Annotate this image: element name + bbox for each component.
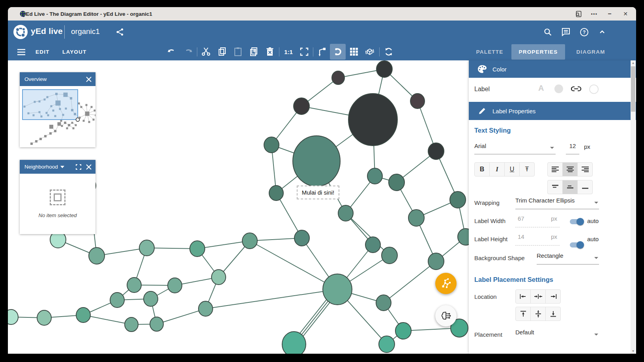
grid-button[interactable] (346, 44, 362, 60)
valign-top-button[interactable] (548, 180, 563, 194)
tab-properties[interactable]: PROPERTIES (511, 44, 565, 60)
align-left-edge-button[interactable] (516, 290, 531, 303)
overview-header[interactable]: Overview (20, 72, 95, 86)
scrollbar-thumb[interactable] (631, 66, 635, 112)
graph-node[interactable] (338, 205, 353, 221)
graph-node[interactable] (144, 291, 158, 306)
graph-node[interactable] (139, 240, 154, 256)
label-height-input[interactable]: 14 px (515, 233, 560, 246)
tab-palette[interactable]: PALETTE (468, 44, 511, 60)
graph-node[interactable] (389, 174, 404, 191)
align-left-button[interactable] (548, 163, 563, 176)
bold-button[interactable]: B (475, 163, 490, 176)
center-vertical-button[interactable] (531, 307, 546, 321)
copy-button[interactable] (214, 44, 230, 60)
collapse-icon[interactable] (596, 26, 608, 38)
graph-node[interactable] (198, 301, 213, 316)
diagram-canvas[interactable]: Mulai di sini! Overview Neighborhood (8, 60, 469, 354)
align-top-edge-button[interactable] (516, 307, 531, 321)
rotate-3d-button[interactable] (362, 44, 378, 60)
link-color-icon[interactable] (571, 84, 581, 93)
background-shape-select[interactable]: Rectangle (537, 252, 599, 264)
graph-node[interactable] (323, 274, 352, 305)
main-menu-icon[interactable] (13, 44, 29, 60)
graph-edge[interactable] (157, 309, 206, 324)
graph-node[interactable] (264, 137, 279, 153)
close-icon[interactable]: ✕ (620, 9, 631, 19)
graph-node[interactable] (127, 278, 141, 293)
graph-node[interactable] (242, 233, 257, 249)
label-width-input[interactable]: 67 px (515, 215, 560, 227)
graph-edge[interactable] (384, 261, 436, 303)
sync-button[interactable] (381, 44, 397, 60)
graph-node[interactable] (428, 253, 444, 270)
graph-node[interactable] (76, 308, 90, 323)
wrapping-select[interactable]: Trim Character Ellipsis (515, 197, 599, 209)
overflow-menu-icon[interactable]: ⋯ (588, 9, 600, 19)
graph-node[interactable] (379, 336, 395, 353)
graph-node[interactable] (110, 293, 124, 308)
panel-scrollbar[interactable]: ▲ ▼ (631, 60, 636, 354)
delete-button[interactable] (262, 44, 278, 60)
fit-content-button[interactable] (296, 44, 312, 60)
chevron-down-icon[interactable] (60, 166, 64, 168)
graph-edge[interactable] (197, 241, 250, 249)
text-color-icon[interactable]: A (538, 84, 544, 93)
duplicate-button[interactable] (246, 44, 262, 60)
fill-color-icon[interactable] (554, 84, 563, 93)
minimap-viewport-handle[interactable] (76, 118, 80, 122)
scroll-up-icon[interactable]: ▲ (631, 61, 636, 65)
graph-node[interactable] (269, 186, 283, 201)
graph-node[interactable] (365, 237, 380, 253)
layout-fab[interactable] (435, 273, 457, 294)
graph-node[interactable] (395, 323, 411, 339)
help-icon[interactable]: ? (578, 26, 590, 38)
graph-node[interactable] (294, 230, 309, 246)
graph-node[interactable] (450, 191, 466, 208)
center-horizontal-button[interactable] (531, 290, 546, 303)
graph-node[interactable] (168, 278, 182, 293)
minimap-viewport[interactable] (22, 90, 78, 120)
strikethrough-button[interactable]: Ŧ (520, 163, 534, 176)
font-size-input[interactable]: 12 (566, 143, 579, 154)
align-bottom-edge-button[interactable] (546, 307, 560, 321)
graph-node[interactable] (125, 317, 138, 332)
menu-edit[interactable]: EDIT (36, 43, 50, 60)
graph-node[interactable] (332, 71, 344, 84)
cut-button[interactable] (198, 44, 214, 60)
italic-button[interactable]: I (490, 163, 505, 176)
color-section-header[interactable]: Color (469, 60, 636, 78)
neighborhood-header[interactable]: Neighborhood (20, 160, 95, 174)
find-in-page-icon[interactable] (572, 9, 584, 19)
font-family-select[interactable]: Arial (474, 143, 556, 154)
structure-view-fab[interactable] (435, 305, 457, 326)
valign-bottom-button[interactable] (578, 180, 592, 194)
label-height-auto-toggle[interactable] (570, 242, 583, 248)
graph-node[interactable] (37, 310, 51, 325)
graph-node[interactable] (8, 309, 18, 324)
zoom-1-1-button[interactable]: 1:1 (281, 44, 296, 60)
graph-edge[interactable] (206, 289, 337, 309)
underline-button[interactable]: U (505, 163, 520, 176)
graph-node[interactable] (382, 247, 397, 264)
border-color-icon[interactable] (589, 84, 599, 94)
graph-node[interactable] (212, 270, 226, 285)
graph-node[interactable] (294, 98, 309, 114)
search-icon[interactable] (541, 26, 554, 38)
graph-node[interactable] (376, 61, 392, 77)
feedback-icon[interactable] (560, 26, 572, 38)
graph-node[interactable] (410, 94, 425, 109)
document-name[interactable]: organic1 (71, 27, 100, 36)
paste-button[interactable] (230, 44, 246, 60)
graph-node[interactable] (408, 210, 424, 226)
graph-node[interactable] (150, 317, 163, 331)
align-center-button[interactable] (563, 163, 578, 176)
undo-button[interactable] (164, 44, 180, 60)
yed-logo-icon[interactable] (13, 25, 28, 39)
graph-node[interactable] (367, 168, 382, 184)
scroll-down-icon[interactable]: ▼ (631, 349, 636, 353)
tab-diagram[interactable]: DIAGRAM (565, 44, 616, 60)
close-icon[interactable] (86, 77, 92, 82)
graph-node[interactable] (190, 241, 205, 257)
graph-node[interactable] (89, 248, 105, 264)
